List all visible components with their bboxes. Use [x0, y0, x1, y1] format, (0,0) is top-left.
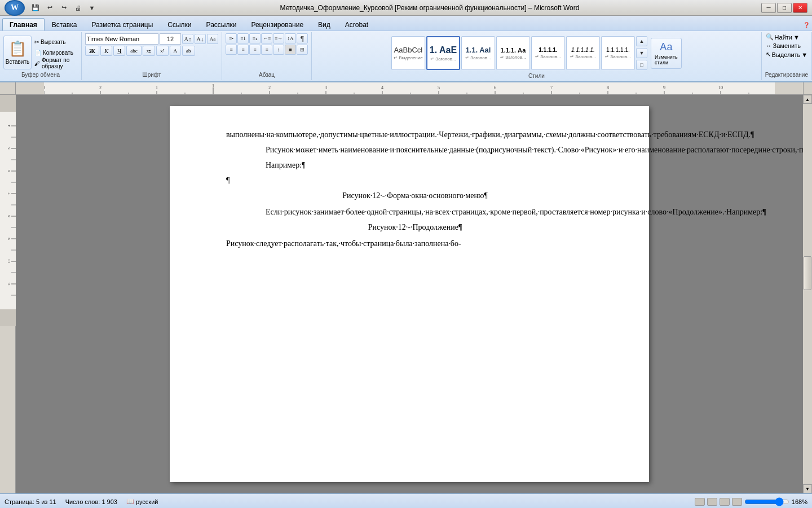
tab-page-layout[interactable]: Разметка страницы: [84, 18, 160, 30]
align-center-button[interactable]: ≡: [237, 45, 249, 55]
clipboard-content: 📋 Вставить ✂ Вырезать 📄 Копировать 🖌 Фор…: [3, 33, 78, 72]
select-button[interactable]: ↖ Выделить ▼: [766, 51, 808, 58]
style-heading1[interactable]: 1. AaE ↵ Заголов...: [426, 36, 460, 70]
subscript-button[interactable]: х₂: [143, 46, 156, 56]
pilcrow-4: ¶: [226, 176, 230, 185]
underline-button[interactable]: Ч: [113, 46, 125, 56]
numbered-list-button[interactable]: ≡1: [237, 33, 249, 43]
increase-indent-button[interactable]: ≡→: [273, 33, 284, 43]
style-h1111-preview: 1.1.1.1.: [539, 47, 557, 53]
style-h11111-label: ↵ Заголов...: [570, 54, 596, 59]
style-heading1-1-1[interactable]: 1.1.1. Аа ↵ Заголов...: [496, 36, 530, 70]
format-painter-button[interactable]: 🖌 Формат по образцу: [33, 58, 78, 68]
view-print-button[interactable]: [720, 498, 730, 506]
paragraph-6: Если·рисунок·занимает·более·одной·страни…: [226, 206, 604, 218]
ruler-marks-svg: 3 2 1 1 2 3 4 5 6 7: [16, 82, 803, 94]
zoom-slider[interactable]: [744, 497, 789, 506]
qa-undo[interactable]: ↩: [43, 2, 56, 14]
clear-format-button[interactable]: Aa: [207, 34, 218, 44]
align-right-button[interactable]: ≡: [249, 45, 261, 55]
styles-gallery: AaBbCcl ↵ Выделение 1. AaE ↵ Заголов... …: [391, 33, 635, 73]
restore-button[interactable]: □: [777, 3, 792, 13]
scroll-track[interactable]: [803, 104, 812, 484]
styles-expand[interactable]: □: [636, 60, 647, 70]
scroll-up-button[interactable]: ▲: [803, 95, 812, 104]
copy-button[interactable]: 📄 Копировать: [33, 47, 78, 58]
align-left-button[interactable]: ≡: [226, 45, 237, 55]
show-marks-button[interactable]: ¶: [297, 33, 308, 43]
style-heading1-1-1-1-1-1[interactable]: 1.1.1.1.1. ↵ Заголов...: [601, 36, 635, 70]
vertical-ruler: 4 5 6 7 8 9 10 11: [0, 95, 16, 493]
ribbon-help[interactable]: ❓: [801, 19, 812, 30]
tab-references[interactable]: Ссылки: [160, 18, 198, 30]
shrink-font-button[interactable]: A↓: [195, 34, 206, 44]
tab-view[interactable]: Вид: [311, 18, 338, 30]
styles-scroll-up[interactable]: ▲: [636, 36, 647, 46]
paragraph-8: Рисунок·следует·располагать·так,·чтобы·с…: [226, 238, 604, 249]
style-heading1-1-1-1[interactable]: 1.1.1.1. ↵ Заголов...: [531, 36, 565, 70]
office-orb[interactable]: W: [5, 0, 25, 16]
font-name-input[interactable]: [85, 33, 158, 45]
style-heading1-1[interactable]: 1.1. Aal ↵ Заголов...: [461, 36, 495, 70]
paragraph-1: выполнены·на·компьютере,·допустимы·цветн…: [226, 129, 604, 141]
font-size-input[interactable]: [160, 33, 181, 45]
view-web-button[interactable]: [732, 498, 742, 506]
line-spacing-button[interactable]: ↕: [273, 45, 284, 55]
qa-redo[interactable]: ↪: [58, 2, 70, 14]
svg-text:2: 2: [268, 85, 271, 90]
multilevel-list-button[interactable]: ≡₁: [249, 33, 261, 43]
pilcrow-6: ¶: [762, 208, 766, 216]
sort-button[interactable]: ↕A: [285, 33, 296, 43]
tab-insert[interactable]: Вставка: [45, 18, 85, 30]
bold-button[interactable]: Ж: [85, 46, 99, 56]
document-scroll[interactable]: выполнены·на·компьютере,·допустимы·цветн…: [16, 95, 803, 493]
ruler-scrollbar-corner: [803, 82, 812, 94]
svg-text:11: 11: [7, 282, 11, 286]
ribbon: Главная Вставка Разметка страницы Ссылки…: [0, 16, 812, 82]
status-left: Страница: 5 из 11 Число слов: 1 903 📖 ру…: [5, 498, 158, 505]
replace-button[interactable]: ↔ Заменить: [766, 42, 808, 49]
paste-label: Вставить: [6, 59, 29, 65]
justify-button[interactable]: ≡: [261, 45, 272, 55]
font-color-button[interactable]: А: [170, 46, 182, 56]
styles-scroll-down[interactable]: ▼: [636, 48, 647, 58]
scroll-down-button[interactable]: ▼: [803, 484, 812, 493]
format-painter-icon: 🖌: [34, 60, 40, 67]
close-button[interactable]: ✕: [793, 3, 807, 13]
style-heading1-1-1-1-1[interactable]: 1.1.1.1.1. ↵ Заголов...: [566, 36, 600, 70]
ribbon-group-paragraph: ≡• ≡1 ≡₁ ←≡ ≡→ ↕A ¶ ≡ ≡ ≡ ≡ ↕ ■ ⊞: [222, 32, 312, 80]
paste-button[interactable]: 📋 Вставить: [3, 36, 32, 69]
style-h111-preview: 1.1.1. Аа: [501, 47, 526, 54]
qa-more[interactable]: ▼: [86, 2, 98, 14]
grow-font-button[interactable]: A↑: [182, 34, 193, 44]
scroll-thumb[interactable]: [804, 256, 811, 290]
qa-save[interactable]: 💾: [29, 2, 42, 14]
ribbon-group-editing: 🔍 Найти ▼ ↔ Заменить ↖ Выделить ▼ Реда: [762, 32, 812, 80]
vertical-scrollbar[interactable]: ▲ ▼: [803, 95, 812, 493]
ribbon-content: 📋 Вставить ✂ Вырезать 📄 Копировать 🖌 Фор…: [0, 30, 812, 81]
tab-home[interactable]: Главная: [2, 18, 45, 30]
style-default[interactable]: AaBbCcl ↵ Выделение: [391, 36, 425, 70]
tab-acrobat[interactable]: Acrobat: [338, 18, 376, 30]
borders-button[interactable]: ⊞: [297, 45, 308, 55]
tab-mailings[interactable]: Рассылки: [199, 18, 244, 30]
style-default-label: ↵ Выделение: [394, 55, 423, 60]
cut-button[interactable]: ✂ Вырезать: [33, 37, 78, 47]
pilcrow-3: ¶: [302, 161, 305, 169]
view-reading-button[interactable]: [707, 498, 717, 506]
decrease-indent-button[interactable]: ←≡: [261, 33, 272, 43]
change-styles-button[interactable]: Аа Изменитьстили: [651, 38, 682, 69]
qa-print[interactable]: 🖨: [72, 2, 84, 14]
tab-review[interactable]: Рецензирование: [244, 18, 311, 30]
find-button[interactable]: 🔍 Найти ▼: [766, 33, 808, 41]
strikethrough-button[interactable]: аbc: [126, 46, 142, 56]
minimize-button[interactable]: ─: [761, 3, 776, 13]
bullet-list-button[interactable]: ≡•: [226, 33, 237, 43]
view-normal-button[interactable]: [695, 498, 705, 506]
svg-text:10: 10: [7, 259, 11, 264]
superscript-button[interactable]: х²: [156, 46, 168, 56]
font-name-row: A↑ A↓ Aa: [85, 33, 218, 45]
shading-button[interactable]: ■: [285, 45, 296, 55]
italic-button[interactable]: К: [100, 46, 112, 56]
highlight-button[interactable]: ab: [182, 46, 195, 56]
